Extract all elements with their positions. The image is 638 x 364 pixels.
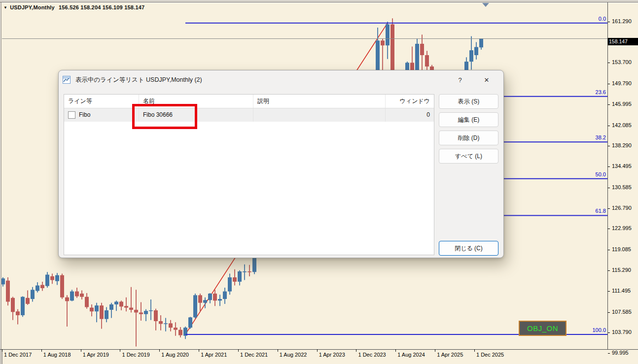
close-icon[interactable]: ✕: [481, 74, 493, 85]
time-axis-label: 1 Apr 2025: [437, 352, 463, 358]
candle-down: [11, 298, 15, 312]
price-axis-tick: [608, 270, 610, 271]
candle-up: [31, 290, 35, 299]
price-axis-label: 153.700: [612, 59, 632, 65]
price-axis-tick: [608, 166, 610, 167]
current-price-tag: 158.147: [608, 38, 638, 45]
price-axis-tick: [608, 208, 610, 209]
price-axis-label: 122.995: [612, 225, 632, 231]
price-axis-label: 138.290: [612, 142, 632, 148]
candle-down: [213, 294, 217, 300]
obj-on-button[interactable]: OBJ_ON: [519, 321, 567, 336]
candle-down: [198, 295, 202, 302]
candle-up: [149, 310, 153, 311]
candle-up: [228, 277, 232, 292]
candle-up: [218, 299, 222, 300]
mt5-chart-window: 0.023.638.250.061.8100.0 ▼USDJPY,Monthly…: [0, 0, 638, 364]
time-axis-separator: [0, 349, 638, 350]
show-button[interactable]: 表示 (S): [439, 94, 498, 109]
price-axis-label: 142.085: [612, 122, 632, 128]
candle-up: [1, 278, 5, 284]
window-top-highlight: [0, 2, 638, 3]
time-axis-tick: [41, 349, 42, 352]
candle-down: [248, 271, 251, 272]
candle-down: [124, 306, 128, 307]
price-axis-label: 119.085: [612, 246, 631, 252]
time-axis-tick: [2, 349, 2, 352]
delete-button[interactable]: 削除 (D): [439, 131, 498, 145]
candle-up: [105, 310, 108, 319]
time-axis-tick: [81, 349, 81, 352]
candle-down: [85, 297, 89, 307]
candle-down: [159, 321, 163, 324]
time-axis-tick: [120, 349, 120, 352]
candle-down: [129, 308, 133, 310]
collapse-arrow-icon[interactable]: ▼: [3, 5, 7, 10]
price-axis-tick: [608, 22, 610, 22]
all-button[interactable]: すべて (L): [439, 149, 498, 164]
help-button[interactable]: ?: [454, 74, 466, 85]
candle-down: [6, 281, 10, 302]
time-axis-label: 1 Dec 2021: [240, 352, 268, 358]
time-axis-tick: [435, 349, 435, 352]
column-header-window[interactable]: ウィンドウ: [386, 95, 434, 108]
candle-down: [154, 310, 158, 321]
candle-down: [26, 298, 30, 304]
objects-list-dialog: 表示中のライン等リスト USDJPY,Monthly (2) ? ✕ ライン等 …: [58, 70, 504, 258]
price-axis-tick: [608, 332, 610, 333]
fibo-level-label: 38.2: [596, 134, 606, 140]
candle-up: [45, 275, 49, 286]
time-axis-tick: [474, 349, 475, 352]
candle-up: [55, 275, 59, 281]
object-window-label: 0: [426, 108, 430, 122]
candle-up: [114, 301, 118, 304]
price-axis-tick: [608, 63, 610, 63]
fibo-level-label: 100.0: [592, 327, 606, 333]
scroll-to-end-marker-icon: [482, 3, 489, 7]
price-axis-label: 111.495: [612, 288, 631, 294]
price-axis-tick: [608, 291, 610, 292]
time-axis-tick: [199, 349, 199, 352]
candle-up: [203, 300, 207, 302]
price-axis-label: 115.290: [612, 267, 631, 273]
window-left-border: [0, 2, 1, 349]
objects-table: ライン等 名前 説明 ウィンドウ Fibo Fibo 30666 0: [64, 94, 434, 255]
edit-button[interactable]: 編集 (E): [439, 112, 498, 127]
candle-down: [134, 310, 138, 312]
candle-up: [35, 286, 39, 291]
highlight-annotation: [132, 104, 197, 129]
time-axis-tick: [238, 349, 239, 352]
price-axis-label: 134.495: [612, 163, 632, 169]
candle-up: [386, 24, 390, 45]
table-row[interactable]: Fibo Fibo 30666 0: [64, 108, 434, 122]
candle-down: [420, 44, 424, 55]
object-description-cell: [253, 108, 386, 122]
candle-down: [139, 312, 143, 314]
candle-up: [21, 297, 25, 315]
time-axis-label: 1 Apr 2019: [83, 352, 109, 358]
candle-down: [40, 285, 44, 288]
column-header-description[interactable]: 説明: [253, 95, 386, 108]
price-axis-tick: [608, 126, 610, 126]
fibo-level-label: 0.0: [599, 16, 606, 22]
time-axis-tick: [395, 349, 396, 352]
time-axis-label: 1 Dec 2025: [476, 352, 504, 358]
table-header-row: ライン等 名前 説明 ウィンドウ: [64, 95, 434, 108]
time-axis-label: 1 Dec 2019: [122, 352, 149, 358]
column-header-line-type[interactable]: ライン等: [64, 95, 139, 108]
object-window-cell: 0: [386, 108, 434, 122]
price-axis-label: 130.585: [612, 184, 632, 190]
candle-up: [469, 50, 473, 62]
row-checkbox[interactable]: [68, 111, 75, 119]
dialog-titlebar[interactable]: 表示中のライン等リスト USDJPY,Monthly (2) ? ✕: [59, 70, 503, 89]
axis-corner-handle[interactable]: [0, 350, 2, 364]
candle-up: [474, 47, 478, 55]
candle-up: [188, 317, 192, 328]
candle-up: [238, 271, 242, 282]
price-axis-label: 149.790: [612, 80, 632, 86]
candle-up: [95, 305, 99, 311]
object-type-cell: Fibo: [64, 108, 139, 122]
candle-down: [60, 275, 64, 298]
close-button[interactable]: 閉じる (C): [439, 241, 498, 256]
time-axis-tick: [356, 349, 356, 352]
